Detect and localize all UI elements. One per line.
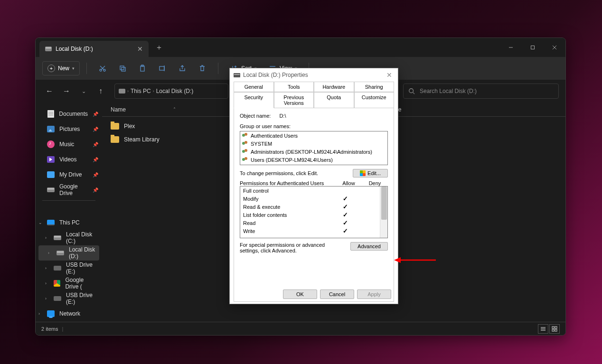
list-item[interactable]: Users (DESKTOP-LM924L4\Users) bbox=[240, 156, 387, 164]
titlebar: Local Disk (D:) ✕ ＋ bbox=[36, 38, 565, 57]
permission-row: List folder contents✓ bbox=[240, 211, 387, 219]
users-icon bbox=[242, 157, 249, 163]
column-name[interactable]: Name bbox=[111, 106, 168, 113]
share-button[interactable] bbox=[173, 61, 191, 75]
document-icon bbox=[47, 110, 54, 118]
chevron-right-icon[interactable]: › bbox=[45, 235, 47, 240]
permissions-list[interactable]: Full control Modify✓ Read & execute✓ Lis… bbox=[240, 186, 388, 238]
permission-row: Modify✓ bbox=[240, 195, 387, 203]
chevron-right-icon[interactable]: › bbox=[45, 281, 47, 286]
apply-button[interactable]: Apply bbox=[357, 289, 391, 299]
forward-button[interactable]: → bbox=[59, 84, 74, 98]
disk-icon bbox=[56, 251, 64, 255]
list-item[interactable]: SYSTEM bbox=[240, 140, 387, 148]
disk-icon bbox=[234, 73, 240, 77]
network-icon bbox=[47, 310, 55, 317]
sidebar-item-mydrive[interactable]: My Drive📌 bbox=[36, 167, 102, 182]
tab-strip: General Tools Hardware Sharing Security … bbox=[234, 82, 394, 108]
sidebar-item-videos[interactable]: Videos📌 bbox=[36, 152, 102, 167]
tab-close-button[interactable]: ✕ bbox=[137, 45, 143, 53]
edit-button[interactable]: Edit... bbox=[353, 169, 388, 177]
back-button[interactable]: ← bbox=[42, 84, 56, 98]
sidebar-item-music[interactable]: Music📌 bbox=[36, 137, 102, 152]
group-list[interactable]: Authenticated Users SYSTEM Administrator… bbox=[240, 131, 388, 165]
delete-button[interactable] bbox=[193, 61, 211, 75]
chevron-right-icon[interactable]: › bbox=[38, 311, 40, 316]
change-permissions-text: To change permissions, click Edit. bbox=[240, 170, 353, 176]
list-item[interactable]: Authenticated Users bbox=[240, 131, 387, 140]
chevron-right-icon[interactable]: › bbox=[45, 266, 47, 271]
icons-view-button[interactable] bbox=[549, 324, 560, 334]
chevron-right-icon[interactable]: › bbox=[127, 89, 129, 93]
tab-general[interactable]: General bbox=[234, 82, 274, 92]
svg-rect-8 bbox=[120, 66, 124, 70]
paste-button[interactable] bbox=[133, 61, 151, 75]
maximize-button[interactable] bbox=[522, 38, 544, 57]
breadcrumb-segment[interactable]: Local Disk (D:) bbox=[156, 88, 194, 94]
up-button[interactable]: ↑ bbox=[94, 84, 108, 98]
sidebar-item-this-pc[interactable]: ⌄This PC bbox=[36, 215, 102, 230]
tab-security[interactable]: Security bbox=[234, 92, 274, 108]
tab-previous-versions[interactable]: Previous Versions bbox=[274, 92, 314, 108]
recent-button[interactable]: ⌄ bbox=[76, 84, 91, 98]
sidebar-item-documents[interactable]: Documents📌 bbox=[36, 106, 102, 121]
plus-icon: + bbox=[47, 65, 55, 72]
clipboard-icon bbox=[138, 64, 147, 73]
svg-point-17 bbox=[409, 89, 414, 93]
window-tab[interactable]: Local Disk (D:) ✕ bbox=[39, 41, 149, 57]
separator bbox=[42, 200, 95, 201]
chevron-right-icon[interactable]: › bbox=[45, 296, 47, 301]
chevron-down-icon[interactable]: ⌄ bbox=[38, 220, 42, 225]
sidebar-item-usb-drive[interactable]: ›USB Drive (E:) bbox=[36, 261, 102, 276]
cancel-button[interactable]: Cancel bbox=[320, 289, 354, 299]
scrollbar-thumb[interactable] bbox=[381, 187, 387, 220]
breadcrumb-segment[interactable]: This PC bbox=[131, 88, 151, 94]
dialog-titlebar: Local Disk (D:) Properties ✕ bbox=[230, 68, 398, 82]
svg-rect-12 bbox=[160, 66, 164, 70]
details-view-button[interactable] bbox=[538, 324, 548, 334]
close-button[interactable]: ✕ bbox=[385, 71, 394, 79]
ok-button[interactable]: OK bbox=[283, 289, 317, 299]
svg-rect-23 bbox=[555, 327, 557, 328]
list-item[interactable]: Administrators (DESKTOP-LM924L4\Administ… bbox=[240, 148, 387, 156]
sidebar-item-usb-drive-2[interactable]: ›USB Drive (E:) bbox=[36, 291, 102, 306]
chevron-right-icon[interactable]: › bbox=[153, 89, 154, 93]
new-tab-button[interactable]: ＋ bbox=[149, 43, 169, 53]
sidebar-item-local-disk-d[interactable]: ›Local Disk (D:) bbox=[38, 245, 99, 261]
svg-line-18 bbox=[413, 93, 415, 94]
tab-sharing[interactable]: Sharing bbox=[354, 82, 395, 92]
pin-icon: 📌 bbox=[93, 172, 98, 177]
tab-hardware[interactable]: Hardware bbox=[314, 82, 354, 92]
pin-icon: 📌 bbox=[93, 112, 98, 117]
svg-rect-22 bbox=[552, 327, 554, 328]
properties-dialog: Local Disk (D:) Properties ✕ General Too… bbox=[229, 68, 398, 304]
view-toggle bbox=[538, 324, 560, 334]
object-name-label: Object name: bbox=[240, 113, 271, 119]
cut-button[interactable] bbox=[94, 61, 112, 75]
close-button[interactable] bbox=[544, 38, 565, 57]
search-input[interactable]: Search Local Disk (D:) bbox=[403, 84, 559, 99]
rename-button[interactable] bbox=[153, 61, 171, 75]
sidebar-item-google-drive-disk[interactable]: ›Google Drive ( bbox=[36, 276, 102, 291]
breadcrumb[interactable]: › This PC › Local Disk (D:) bbox=[114, 84, 228, 99]
shield-icon bbox=[360, 170, 366, 176]
permission-row: Full control bbox=[240, 187, 387, 195]
tab-quota[interactable]: Quota bbox=[314, 92, 354, 108]
sidebar-item-google-drive[interactable]: Google Drive📌 bbox=[36, 182, 102, 197]
status-bar: 2 items | bbox=[36, 322, 565, 335]
usb-icon bbox=[54, 296, 61, 301]
scrollbar[interactable] bbox=[380, 187, 387, 238]
svg-rect-9 bbox=[122, 67, 125, 71]
scissors-icon bbox=[98, 64, 107, 73]
tab-customize[interactable]: Customize bbox=[354, 92, 395, 108]
sidebar-item-pictures[interactable]: Pictures📌 bbox=[36, 121, 102, 137]
sidebar-item-local-disk-c[interactable]: ›Local Disk (C:) bbox=[36, 230, 102, 245]
chevron-right-icon[interactable]: › bbox=[48, 251, 49, 255]
advanced-button[interactable]: Advanced bbox=[350, 242, 388, 251]
copy-button[interactable] bbox=[113, 61, 132, 75]
pin-icon: 📌 bbox=[93, 142, 98, 147]
tab-tools[interactable]: Tools bbox=[274, 82, 314, 92]
minimize-button[interactable] bbox=[500, 38, 522, 57]
sidebar-item-network[interactable]: ›Network bbox=[36, 306, 102, 321]
new-button[interactable]: + New ▾ bbox=[42, 61, 80, 75]
